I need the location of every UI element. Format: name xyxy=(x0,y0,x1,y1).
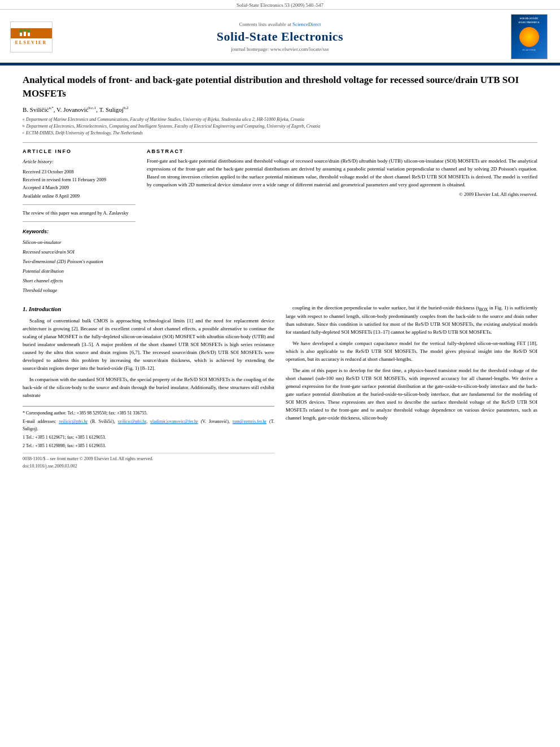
affil-text-a: Department of Marine Electronics and Com… xyxy=(26,116,304,123)
doi-text: doi:10.1016/j.sse.2009.03.002 xyxy=(23,463,274,470)
keyword-6: Threshold voltage xyxy=(23,286,135,295)
author-svilicic: B. Sviličića,*, V. Jovanovićb,c,1, T. Su… xyxy=(23,106,129,113)
intro-title: 1. Introduction xyxy=(23,304,274,314)
page-wrapper: Solid-State Electronics 53 (2009) 540–54… xyxy=(0,0,560,478)
cover-graphic xyxy=(519,27,539,47)
journal-title-container: Contents lists available at ScienceDirec… xyxy=(56,14,504,59)
svg-point-5 xyxy=(27,29,30,33)
journal-cover-container: SOLID-STATEELECTRONICS ELSEVIER xyxy=(504,14,554,59)
paper-content: Analytical models of front- and back-gat… xyxy=(0,65,560,478)
affiliation-a: a Department of Marine Electronics and C… xyxy=(23,116,537,123)
affiliations: a Department of Marine Electronics and C… xyxy=(23,116,537,137)
review-divider xyxy=(23,221,135,222)
footnote-corresponding-text: * Corresponding author. Tel.: +385 98 52… xyxy=(23,410,147,416)
keyword-3: Two-dimensional (2D) Poisson's equation xyxy=(23,257,135,267)
online-date: Available online 8 April 2009 xyxy=(23,192,135,200)
elsevier-logo: ELSEVIER xyxy=(10,21,53,53)
journal-homepage: journal homepage: www.elsevier.com/locat… xyxy=(231,46,329,52)
elsevier-logo-container: ELSEVIER xyxy=(6,14,56,59)
revised-date: Received in revised form 11 February 200… xyxy=(23,176,135,184)
journal-header: ELSEVIER Contents lists available at Sci… xyxy=(0,10,560,64)
intro-para-5: The aim of this paper is to develop for … xyxy=(286,367,537,422)
accepted-date: Accepted 4 March 2009 xyxy=(23,184,135,191)
article-info-abstract-row: ARTICLE INFO Article history: Received 2… xyxy=(23,148,537,295)
sciencedirect-line: Contents lists available at ScienceDirec… xyxy=(239,21,321,27)
copyright-line: © 2009 Elsevier Ltd. All rights reserved… xyxy=(147,191,537,197)
sciencedirect-link[interactable]: ScienceDirect xyxy=(292,21,321,27)
footnote-emails: E-mail addresses: svilicic@pfri.hr (B. S… xyxy=(23,418,274,433)
divider-hr xyxy=(23,142,537,143)
body-section: 1. Introduction Scaling of conventional … xyxy=(23,304,537,470)
cover-title: SOLID-STATEELECTRONICS xyxy=(519,17,539,24)
intro-para-3: coupling in the direction perpendicular … xyxy=(286,304,537,337)
intro-col-left: 1. Introduction Scaling of conventional … xyxy=(23,304,274,470)
elsevier-wordmark: ELSEVIER xyxy=(15,38,47,45)
abstract-header: ABSTRACT xyxy=(147,148,537,154)
history-title: Article history: xyxy=(23,158,135,166)
review-note: The review of this paper was arranged by… xyxy=(23,209,135,217)
svg-point-4 xyxy=(23,29,27,32)
article-info-column: ARTICLE INFO Article history: Received 2… xyxy=(23,148,135,295)
citation-bar: Solid-State Electronics 53 (2009) 540–54… xyxy=(0,0,560,10)
affil-sup-c: c xyxy=(23,130,24,137)
intro-para-2: In comparison with the standard SOI MOSF… xyxy=(23,376,274,400)
authors-line: B. Sviličića,*, V. Jovanovićb,c,1, T. Su… xyxy=(23,106,537,113)
email-link-2[interactable]: svilicic@pfri.hr xyxy=(118,419,146,424)
sciencedirect-prefix: Contents lists available at xyxy=(239,21,291,27)
elsevier-tree-icon xyxy=(17,29,45,38)
affil-sup-b: b xyxy=(23,123,25,130)
intro-para-1: Scaling of conventional bulk CMOS is app… xyxy=(23,317,274,373)
affiliation-c: c ECTM-DIMES, Delft University of Techno… xyxy=(23,130,537,137)
abstract-text: Front-gate and back-gate potential distr… xyxy=(147,158,537,189)
received-date: Received 23 October 2008 xyxy=(23,168,135,176)
introduction-row: 1. Introduction Scaling of conventional … xyxy=(23,304,537,470)
affil-sup-a: a xyxy=(23,116,24,123)
issn-text: 0038-1101/$ – see front matter © 2009 El… xyxy=(23,456,274,462)
cover-subtitle: ELSEVIER xyxy=(522,49,536,51)
journal-title: Solid-State Electronics xyxy=(217,29,343,44)
footnote-emails-text: E-mail addresses: svilicic@pfri.hr (B. S… xyxy=(23,419,274,431)
affil-text-b: Department of Electronics, Microelectron… xyxy=(27,123,321,130)
abstract-column: ABSTRACT Front-gate and back-gate potent… xyxy=(147,148,537,295)
svg-point-3 xyxy=(19,29,23,33)
affil-text-c: ECTM-DIMES, Delft University of Technolo… xyxy=(26,130,143,137)
keyword-4: Potential distribution xyxy=(23,267,135,276)
review-note-text: The review of this paper was arranged by… xyxy=(23,210,128,216)
paper-title: Analytical models of front- and back-gat… xyxy=(23,73,537,101)
intro-col-right: coupling in the direction perpendicular … xyxy=(286,304,537,470)
footnotes: * Corresponding author. Tel.: +385 98 52… xyxy=(23,406,274,449)
keywords-list: Silicon-on-insulator Recessed source/dra… xyxy=(23,238,135,295)
article-info-header: ARTICLE INFO xyxy=(23,148,135,154)
email-link-4[interactable]: tom@zemris.fer.hr xyxy=(233,419,266,424)
keyword-2: Recessed source/drain SOI xyxy=(23,247,135,257)
article-history: Article history: Received 23 October 200… xyxy=(23,158,135,200)
email-link-3[interactable]: vladimir.jovanovic@fer.hr xyxy=(150,419,198,424)
elsevier-logo-graphic xyxy=(11,28,52,38)
keywords-header: Keywords: xyxy=(23,229,135,234)
email-link-1[interactable]: svilicic@pfri.hr xyxy=(59,419,88,424)
footnote-2: 2 Tel.: +385 1 6129898; fax: +385 1 6129… xyxy=(23,443,274,450)
citation-text: Solid-State Electronics 53 (2009) 540–54… xyxy=(237,2,323,8)
history-divider xyxy=(23,204,135,205)
footnote-corresponding: * Corresponding author. Tel.: +385 98 52… xyxy=(23,410,274,417)
intro-para-4: We have developed a simple compact capac… xyxy=(286,340,537,364)
footnote-1: 1 Tel.: +385 1 6129671; fax: +385 1 6129… xyxy=(23,434,274,442)
doi-bar: 0038-1101/$ – see front matter © 2009 El… xyxy=(23,453,274,470)
keywords-section: Keywords: Silicon-on-insulator Recessed … xyxy=(23,229,135,295)
keyword-1: Silicon-on-insulator xyxy=(23,238,135,247)
journal-cover: SOLID-STATEELECTRONICS ELSEVIER xyxy=(511,14,548,59)
keyword-5: Short channel effects xyxy=(23,276,135,286)
affiliation-b: b Department of Electronics, Microelectr… xyxy=(23,123,537,130)
